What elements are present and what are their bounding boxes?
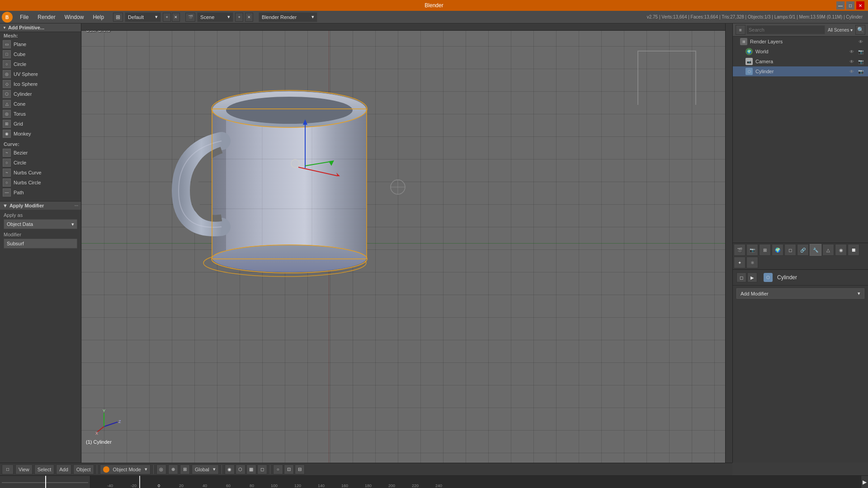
tool-path[interactable]: — Path: [0, 188, 81, 197]
tool-cube[interactable]: □ Cube: [0, 49, 81, 59]
svg-text:B: B: [5, 15, 9, 20]
global-selector[interactable]: Global ▾: [192, 465, 219, 474]
outliner-item-cylinder[interactable]: ⬡ Cylinder 👁 📷: [733, 66, 868, 76]
remove-layout-btn[interactable]: ✕: [172, 13, 180, 22]
timeline-mark-20: 20: [161, 483, 184, 488]
tool-cylinder[interactable]: ⬡ Cylinder: [0, 89, 81, 99]
svg-marker-16: [303, 119, 307, 125]
prop-tab-modifier[interactable]: 🔧: [810, 244, 821, 256]
wireframe-icon[interactable]: ⬡: [236, 465, 245, 474]
tool-ico-sphere[interactable]: ◇ Ico Sphere: [0, 79, 81, 89]
outliner-item-world[interactable]: 🌍 World 👁 📷: [733, 47, 868, 56]
tool-grid[interactable]: ⊞ Grid: [0, 119, 81, 129]
tool-nurbs-curve[interactable]: ~ Nurbs Curve: [0, 168, 81, 178]
cylinder-restrict-btn[interactable]: 👁: [848, 68, 855, 75]
world-restrict-btn[interactable]: 👁: [848, 48, 855, 55]
timeline-ruler-area[interactable]: -40 -20 0 20 40 60 80 100 120 140 160 18…: [90, 476, 861, 488]
add-primitive-header[interactable]: ▼ Add Primitive...: [0, 23, 81, 32]
cylinder-render-btn[interactable]: 📷: [857, 68, 864, 75]
viewport-type-icon[interactable]: □: [2, 465, 14, 474]
select-menu-btn[interactable]: Select: [34, 465, 55, 474]
object-menu-btn[interactable]: Object: [73, 465, 94, 474]
prop-tab-world[interactable]: 🌍: [772, 244, 783, 256]
camera-restrict-btn[interactable]: 👁: [848, 58, 855, 65]
snap-to-icon[interactable]: ⊡: [284, 465, 294, 474]
prop-tab-data[interactable]: △: [822, 244, 834, 256]
layout-selector[interactable]: Default▾: [125, 12, 161, 22]
tool-cone[interactable]: △ Cone: [0, 99, 81, 109]
renderlayers-restrict-btn[interactable]: 👁: [857, 38, 864, 45]
prop-tab-texture[interactable]: 🔲: [848, 244, 859, 256]
menu-window[interactable]: Window: [61, 13, 88, 21]
tool-monkey[interactable]: ◉ Monkey: [0, 129, 81, 139]
dropdown-arrow: ▾: [71, 221, 74, 227]
viewport[interactable]: User Ortho: [81, 23, 732, 463]
pivot-icon[interactable]: ◎: [156, 465, 166, 474]
tool-torus[interactable]: ◎ Torus: [0, 109, 81, 119]
viewport-scroll-top[interactable]: [81, 23, 725, 31]
snap-icon[interactable]: ⊕: [168, 465, 178, 474]
remove-scene-btn[interactable]: ✕: [245, 13, 253, 22]
add-layout-btn[interactable]: +: [163, 13, 171, 22]
world-render-btn[interactable]: 📷: [857, 48, 864, 55]
add-modifier-button[interactable]: Add Modifier ▾: [736, 288, 864, 299]
tool-curve-circle[interactable]: ○ Circle: [0, 158, 81, 168]
texture-shading-icon[interactable]: ▦: [246, 465, 256, 474]
close-button[interactable]: ✕: [856, 1, 864, 9]
add-menu-btn[interactable]: Add: [56, 465, 71, 474]
renderer-selector[interactable]: Blender Render▾: [259, 12, 317, 22]
prop-tab-object[interactable]: ◻: [784, 244, 796, 256]
mirror-icon[interactable]: ⊟: [295, 465, 305, 474]
menu-help[interactable]: Help: [89, 13, 108, 21]
tool-plane[interactable]: ▭ Plane: [0, 39, 81, 49]
outliner-item-camera[interactable]: 📷 Camera 👁 📷: [733, 56, 868, 66]
menu-file[interactable]: File: [16, 13, 32, 21]
outliner-search-btn[interactable]: 🔍: [855, 25, 865, 35]
timeline-mark-40: 40: [184, 483, 208, 488]
outliner-view-icon[interactable]: ≡: [736, 25, 745, 35]
solid-shading-icon[interactable]: ◉: [225, 465, 235, 474]
camera-render-btn[interactable]: 📷: [857, 58, 864, 65]
prop-tab-layers[interactable]: ⊞: [759, 244, 771, 256]
properties-mode-icon[interactable]: ◻: [736, 272, 746, 282]
outliner-item-renderlayers[interactable]: ⊞ Render Layers 👁: [733, 37, 868, 47]
dropdown-arrow-icon: ▾: [858, 291, 860, 296]
apply-as-label: Apply as: [4, 212, 77, 218]
screen-layout-icon[interactable]: ⊞: [113, 13, 123, 22]
outliner-search-input[interactable]: [746, 25, 825, 34]
timeline-scroll-right-btn[interactable]: ▶: [861, 476, 868, 488]
properties-arrow-icon[interactable]: ▶: [747, 272, 757, 282]
timeline-mark-n20: -20: [114, 483, 137, 488]
tool-nurbs-circle[interactable]: ○ Nurbs Circle: [0, 178, 81, 188]
prop-tab-scene[interactable]: 🎬: [734, 244, 745, 256]
timeline-mark-180: 180: [349, 483, 373, 488]
material-shading-icon[interactable]: ◻: [257, 465, 267, 474]
all-scenes-selector[interactable]: All Scenes ▾: [826, 28, 854, 33]
add-scene-btn[interactable]: +: [235, 13, 243, 22]
timeline-scroll-left: [2, 476, 88, 488]
layout-controls: + ✕: [163, 13, 180, 22]
minimize-button[interactable]: —: [836, 1, 844, 9]
tool-circle[interactable]: ○ Circle: [0, 59, 81, 69]
prop-tab-particles[interactable]: ✦: [734, 257, 745, 268]
modifier-input[interactable]: [4, 239, 77, 249]
tool-uv-sphere[interactable]: ◎ UV Sphere: [0, 69, 81, 79]
right-panel: ≡ All Scenes ▾ 🔍 ⊞ Render Layers 👁: [732, 23, 868, 463]
maximize-button[interactable]: □: [846, 1, 854, 9]
prop-tab-render[interactable]: 📷: [746, 244, 758, 256]
viewport-scroll[interactable]: [725, 23, 732, 463]
view-menu-btn[interactable]: View: [15, 465, 33, 474]
prop-tab-material[interactable]: ◉: [835, 244, 847, 256]
mode-selector[interactable]: Object Mode ▾: [100, 465, 151, 474]
proportional-edit-icon[interactable]: ○: [273, 465, 283, 474]
apply-as-dropdown[interactable]: Object Data ▾: [4, 219, 77, 229]
prop-tab-physics[interactable]: ⚛: [746, 257, 758, 268]
scene-selector[interactable]: Scene▾: [197, 12, 233, 22]
menu-render[interactable]: Render: [34, 13, 59, 21]
prop-tab-constraints[interactable]: 🔗: [797, 244, 809, 256]
tool-bezier[interactable]: ~ Bezier: [0, 148, 81, 158]
xray-icon[interactable]: ⊞: [180, 465, 190, 474]
properties-tabs: 🎬 📷 ⊞ 🌍 ◻ 🔗 🔧 △ ◉ 🔲 ✦ ⚛: [733, 243, 868, 270]
cylinder-actions: 👁 📷: [848, 68, 864, 75]
apply-modifier-header[interactable]: ▼ Apply Modifier ···: [0, 202, 81, 210]
